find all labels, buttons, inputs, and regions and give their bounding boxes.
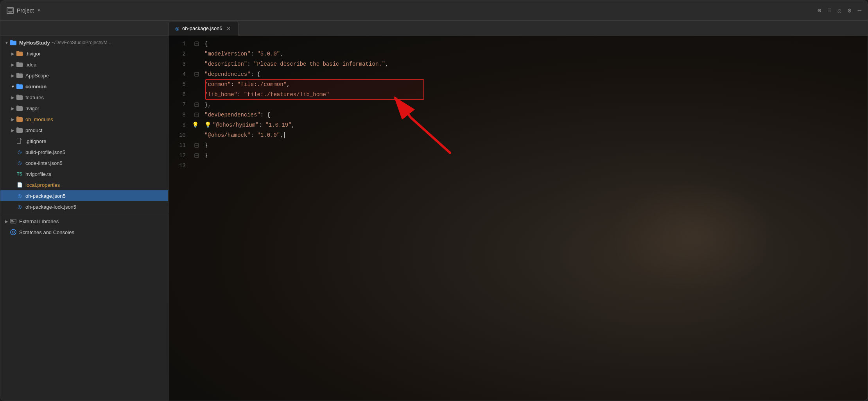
- project-dropdown[interactable]: Project ▼: [7, 7, 41, 14]
- tab-oh-package[interactable]: ◎ oh-package.json5 ✕: [169, 21, 239, 35]
- line-num-4: 4: [169, 69, 186, 79]
- features-folder-icon: [16, 94, 23, 101]
- line9-content: "@ohos/hypium": "1.0.19",: [213, 120, 295, 130]
- sidebar-item-appscope[interactable]: ▶ AppScope: [0, 70, 168, 81]
- appscope-label: AppScope: [25, 73, 49, 79]
- sidebar-item-oh-modules[interactable]: ▶ oh_modules: [0, 114, 168, 125]
- project-label: Project: [17, 7, 34, 14]
- line3-content: "description": "Please describe the basi…: [204, 59, 389, 69]
- oh-modules-folder-icon: [16, 116, 23, 123]
- oh-package-label: oh-package.json5: [25, 193, 66, 199]
- svg-rect-2: [17, 138, 21, 143]
- svg-rect-1: [9, 12, 12, 13]
- fold-12[interactable]: [192, 150, 201, 161]
- minus-icon[interactable]: —: [857, 7, 861, 14]
- code-line-5: "common": "file:./common",: [201, 79, 868, 90]
- sidebar-item-product[interactable]: ▶ product: [0, 125, 168, 136]
- tab-bar: ◎ oh-package.json5 ✕: [0, 21, 868, 36]
- build-profile-file-icon: ◎: [16, 149, 23, 156]
- sidebar-item-code-linter[interactable]: ▶ ◎ code-linter.json5: [0, 158, 168, 168]
- fold-4[interactable]: [192, 69, 201, 79]
- sidebar-root[interactable]: ▼ MyHosStudy ~/DevEcoStudioProjects/M...: [0, 37, 168, 48]
- features-arrow: ▶: [10, 94, 16, 100]
- line-num-11: 11: [169, 140, 186, 150]
- crosshair-icon[interactable]: ⊕: [818, 7, 821, 14]
- svg-point-7: [11, 229, 16, 235]
- gitignore-label: .gitignore: [25, 138, 46, 144]
- list-icon[interactable]: ≡: [828, 7, 832, 14]
- appscope-arrow: ▶: [10, 72, 16, 79]
- svg-point-8: [12, 231, 14, 233]
- svg-rect-6: [11, 222, 14, 222]
- line5-content: "common": "file:./common",: [204, 79, 290, 90]
- hint-lightbulb: 💡: [204, 120, 211, 130]
- code-line-1: {: [201, 39, 868, 49]
- sidebar-item-hvigor[interactable]: ▶ .hvigor: [0, 48, 168, 59]
- fold-11[interactable]: [192, 140, 201, 150]
- fold-13-empty: [192, 161, 201, 171]
- sidebar-item-features[interactable]: ▶ features: [0, 92, 168, 103]
- hvigor2-arrow: ▶: [10, 105, 16, 111]
- sidebar-item-hvigorfile[interactable]: ▶ TS hvigorfile.ts: [0, 168, 168, 179]
- line1-content: {: [204, 39, 208, 49]
- line-num-10: 10: [169, 130, 186, 140]
- main-window: Project ▼ ⊕ ≡ ⚖ ⚙ — ◎ oh-package.json5 ✕…: [0, 0, 868, 401]
- code-line-2: "modelVersion": "5.0.0",: [201, 49, 868, 59]
- oh-modules-arrow: ▶: [10, 116, 16, 122]
- oh-modules-label: oh_modules: [25, 116, 53, 122]
- root-label: MyHosStudy: [19, 40, 50, 46]
- sidebar-item-local-properties[interactable]: ▶ 📄 local.properties: [0, 179, 168, 190]
- code-line-9: 💡 "@ohos/hypium": "1.0.19",: [201, 120, 868, 130]
- product-folder-icon: [16, 127, 23, 134]
- local-properties-file-icon: 📄: [16, 181, 23, 188]
- gear-icon[interactable]: ⚙: [848, 7, 852, 14]
- settings-equal-icon[interactable]: ⚖: [838, 7, 841, 14]
- code-line-13: [201, 161, 868, 171]
- fold-1[interactable]: [192, 39, 201, 49]
- scratches-icon: [10, 229, 17, 236]
- line8-content: "devDependencies": {: [204, 110, 270, 120]
- ext-lib-arrow: ▶: [4, 218, 10, 224]
- product-arrow: ▶: [10, 127, 16, 133]
- sidebar-item-common[interactable]: ▼ common: [0, 81, 168, 92]
- hvigor-folder-icon: [16, 50, 23, 57]
- editor-content: 1 2 3 4 5 6 7 8 9 10 11 12 13: [169, 36, 868, 401]
- oh-package-lock-file-icon: ◎: [16, 203, 23, 210]
- code-line-8: "devDependencies": {: [201, 110, 868, 120]
- code-line-7: },: [201, 100, 868, 110]
- fold-7[interactable]: [192, 100, 201, 110]
- sidebar-item-build-profile[interactable]: ▶ ◎ build-profile.json5: [0, 147, 168, 158]
- root-arrow: ▼: [4, 39, 10, 46]
- code-area[interactable]: { "modelVersion": "5.0.0", "description"…: [201, 36, 868, 401]
- sidebar-item-gitignore[interactable]: ▶ .gitignore: [0, 136, 168, 147]
- fold-9-hint: 💡: [192, 120, 201, 130]
- line-num-1: 1: [169, 39, 186, 49]
- common-arrow: ▼: [10, 83, 16, 90]
- line-num-13: 13: [169, 161, 186, 171]
- tab-close-button[interactable]: ✕: [226, 25, 232, 32]
- line-num-5: 5: [169, 79, 186, 90]
- fold-10-empty: [192, 130, 201, 140]
- hvigor2-label: hvigor: [25, 106, 39, 111]
- dropdown-arrow: ▼: [37, 8, 41, 13]
- sidebar-item-oh-package-lock[interactable]: ▶ ◎ oh-package-lock.json5: [0, 201, 168, 212]
- sidebar-item-oh-package[interactable]: ▶ ◎ oh-package.json5: [0, 190, 168, 201]
- editor-area[interactable]: 1 2 3 4 5 6 7 8 9 10 11 12 13: [169, 36, 868, 401]
- sidebar-item-scratches[interactable]: ▶ Scratches and Consoles: [0, 227, 168, 238]
- ext-lib-icon: [10, 218, 17, 225]
- fold-6-empty: [192, 90, 201, 100]
- oh-package-lock-label: oh-package-lock.json5: [25, 204, 76, 210]
- code-line-3: "description": "Please describe the basi…: [201, 59, 868, 69]
- code-linter-label: code-linter.json5: [25, 160, 63, 166]
- code-line-12: }: [201, 150, 868, 161]
- line2-content: "modelVersion": "5.0.0",: [204, 49, 283, 59]
- line-num-12: 12: [169, 150, 186, 161]
- root-path: ~/DevEcoStudioProjects/M...: [52, 40, 111, 45]
- sidebar-item-external-libraries[interactable]: ▶ External Libraries: [0, 216, 168, 227]
- title-bar: Project ▼ ⊕ ≡ ⚖ ⚙ —: [0, 0, 868, 21]
- fold-8[interactable]: [192, 110, 201, 120]
- sidebar-item-idea[interactable]: ▶ .idea: [0, 59, 168, 70]
- line6-content: "lib_home": "file:./features/lib_home": [204, 90, 329, 100]
- fold-3-empty: [192, 59, 201, 69]
- sidebar-item-hvigor2[interactable]: ▶ hvigor: [0, 103, 168, 114]
